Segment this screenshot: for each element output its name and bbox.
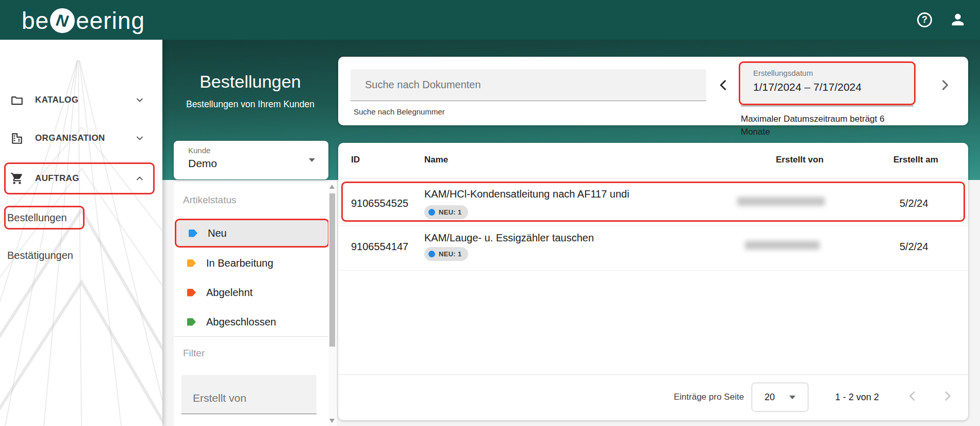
label-tag-icon <box>187 289 196 297</box>
badge-dot-icon <box>428 209 435 216</box>
status-filter-in-bearbeitung[interactable]: In Bearbeitung <box>175 252 329 274</box>
page-next-icon[interactable] <box>941 389 954 403</box>
label-tag-icon <box>189 230 197 237</box>
order-name: KAM/HCl-Kondensatleitung nach AF117 undi <box>424 188 629 200</box>
status-label: Abgelehnt <box>206 287 253 299</box>
brand-logo: beNeering <box>22 7 145 35</box>
status-badge: NEU: 1 <box>424 247 468 261</box>
date-range-value: 1/17/2024 – 7/17/2024 <box>753 81 861 93</box>
chevron-down-icon <box>135 133 145 143</box>
chevron-down-icon <box>135 95 145 105</box>
created-date: 5/2/24 <box>900 198 928 209</box>
scrollbar-down-icon[interactable] <box>329 419 335 423</box>
sidebar-item-label: AUFTRAG <box>35 173 79 184</box>
per-page-value: 20 <box>765 392 775 403</box>
dropdown-caret-icon <box>309 158 315 162</box>
date-range-label: Erstellungsdatum <box>753 69 813 77</box>
status-label: Abgeschlossen <box>206 316 276 328</box>
row-divider <box>338 270 968 271</box>
status-label: Neu <box>208 227 227 239</box>
per-page-label: Einträge pro Seite <box>674 392 744 402</box>
per-page-select[interactable]: 20 <box>752 383 808 412</box>
created-date: 5/2/24 <box>900 241 928 253</box>
status-badge: NEU: 1 <box>424 205 468 219</box>
sidebar-subitem-bestaetigungen[interactable]: Bestätigungen <box>7 250 73 261</box>
sidebar-item-label: ORGANISATION <box>35 133 105 143</box>
scrollbar-thumb[interactable] <box>329 193 335 347</box>
created-by-filter-input[interactable] <box>181 375 317 414</box>
date-prev-icon[interactable] <box>716 78 730 92</box>
column-header-id: ID <box>351 155 360 165</box>
orders-table-card: ID Name Erstellt von Erstellt am 9106554… <box>338 143 968 420</box>
customer-select[interactable]: Kunde Demo <box>174 141 328 179</box>
folder-icon <box>10 93 24 107</box>
badge-text: NEU: 1 <box>439 208 461 216</box>
customer-select-label: Kunde <box>188 146 210 155</box>
date-range-helper-text: Maximaler Datumszeitraum beträgt 6 Monat… <box>741 112 911 138</box>
page-prev-icon[interactable] <box>906 389 919 403</box>
order-id: 9106554147 <box>351 241 408 253</box>
logo-text-suffix: eering <box>76 7 145 35</box>
date-range-field[interactable]: Erstellungsdatum 1/17/2024 – 7/17/2024 <box>741 63 913 106</box>
sidebar-subitem-bestellungen[interactable]: Bestellungen <box>7 212 67 224</box>
label-tag-icon <box>187 318 196 326</box>
dropdown-caret-icon <box>789 396 795 399</box>
status-filter-neu[interactable]: Neu <box>175 219 329 248</box>
filter-divider <box>174 336 337 337</box>
help-icon[interactable]: ? <box>917 12 932 27</box>
row-divider <box>338 225 968 226</box>
redacted-created-by <box>745 241 820 250</box>
column-header-name: Name <box>424 155 448 165</box>
status-filter-abgeschlossen[interactable]: Abgeschlossen <box>175 310 329 333</box>
logo-text-prefix: be <box>22 7 49 35</box>
pagination-range-text: 1 - 2 von 2 <box>835 392 879 403</box>
shopping-cart-icon <box>10 172 24 185</box>
search-input[interactable] <box>351 69 706 101</box>
sidebar-item-katalog[interactable]: KATALOG <box>0 89 162 111</box>
filter-panel: Artikelstatus Neu In Bearbeitung Abgeleh… <box>174 182 337 426</box>
date-next-icon[interactable] <box>938 78 952 92</box>
sidebar-nav: KATALOG ORGANISATION AUFTRAG Bestellunge… <box>0 40 162 426</box>
sidebar-item-organisation[interactable]: ORGANISATION <box>0 127 162 150</box>
table-header-divider <box>338 178 968 178</box>
sidebar-item-label: KATALOG <box>35 95 78 105</box>
filter-section-label: Filter <box>183 348 205 359</box>
column-header-erstellt-am: Erstellt am <box>893 155 938 165</box>
status-label: In Bearbeitung <box>206 257 273 269</box>
building-icon <box>10 132 24 145</box>
sidebar-item-auftrag[interactable]: AUFTRAG <box>0 167 162 190</box>
status-filter-abgelehnt[interactable]: Abgelehnt <box>175 281 329 304</box>
scrollbar-up-icon[interactable] <box>329 185 335 189</box>
customer-select-value: Demo <box>188 157 217 170</box>
table-footer-divider <box>338 374 968 375</box>
label-tag-icon <box>187 259 196 267</box>
search-helper-text: Suche nach Belegnummer <box>354 107 445 116</box>
top-app-bar: beNeering ? <box>0 0 980 40</box>
page-subtitle: Bestellungen von Ihrem Kunden <box>162 99 338 110</box>
column-header-erstellt-von: Erstellt von <box>776 155 824 165</box>
badge-text: NEU: 1 <box>439 250 461 258</box>
logo-n-icon: N <box>48 7 76 35</box>
search-card: Suche nach Belegnummer Erstellungsdatum … <box>338 57 968 125</box>
app-screen: beNeering ? KATALOG <box>0 0 980 426</box>
status-section-label: Artikelstatus <box>183 194 236 206</box>
order-id: 9106554525 <box>351 198 408 209</box>
filter-scrollbar[interactable] <box>328 182 336 426</box>
chevron-up-icon <box>135 173 145 184</box>
redacted-created-by <box>737 197 825 206</box>
page-title: Bestellungen <box>162 72 338 92</box>
user-account-icon[interactable] <box>949 11 967 28</box>
order-name: KAM/Lauge- u. Essigzähler tauschen <box>424 232 594 244</box>
badge-dot-icon <box>428 251 435 257</box>
